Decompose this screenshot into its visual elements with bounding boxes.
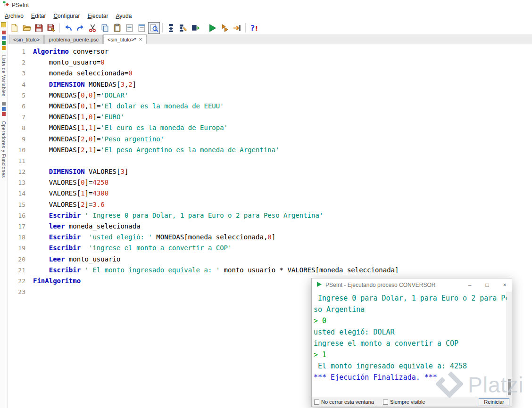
console-body: Ingrese 0 para Dolar, 1 para Euro o 2 pa… (312, 292, 512, 397)
titlebar: PSeInt (0, 0, 532, 10)
code-line[interactable]: leer moneda_selecionada (33, 221, 532, 232)
search-page-icon[interactable] (148, 22, 160, 34)
open-file-icon[interactable] (21, 22, 33, 34)
flowchart-export-icon[interactable] (190, 22, 201, 34)
checkbox-label: No cerrar esta ventana (321, 399, 374, 405)
code-line[interactable]: MONEDAS[2,1]='El peso Argentino es la mo… (33, 145, 532, 155)
line-number: 13 (8, 177, 25, 188)
line-number: 5 (8, 90, 25, 101)
menu-editar[interactable]: Editar (27, 12, 50, 20)
line-number: 11 (8, 155, 25, 166)
line-number: 12 (8, 166, 25, 177)
checkbox-siempre-visible[interactable] (383, 400, 388, 405)
step-run-icon[interactable] (219, 22, 231, 34)
toolbar-separator (59, 23, 60, 33)
line-number: 4 (8, 79, 25, 90)
code-line[interactable]: MONEDAS[0,1]='El dolar es la moneda de E… (33, 101, 532, 112)
tab-sin-titulo-2-active[interactable]: <sin_titulo>* × (103, 34, 147, 44)
option-no-cerrar[interactable]: No cerrar esta ventana (314, 399, 374, 405)
console-line: El monto ingresado equivale a: 4258 (314, 360, 504, 372)
run-icon[interactable] (207, 22, 218, 34)
close-icon[interactable]: × (498, 278, 512, 292)
scrollbar-thumb[interactable] (508, 379, 511, 395)
menu-ejecutar[interactable]: Ejecutar (83, 12, 112, 20)
cut-icon[interactable] (87, 22, 99, 34)
run-process-icon (316, 281, 322, 289)
code-line[interactable]: MONEDAS[1,0]='EURO' (33, 112, 532, 122)
line-number: 21 (8, 265, 25, 276)
menu-archivo[interactable]: Archivo (1, 12, 27, 20)
run-to-cursor-icon[interactable] (231, 22, 243, 34)
code-line[interactable]: Escribir 'usted elegió: ' MONEDAS[moneda… (33, 232, 532, 243)
checkbox-label: Siempre visible (390, 399, 425, 405)
variables-panel-tab[interactable]: Lista de Variables (1, 53, 6, 98)
line-number: 23 (8, 286, 25, 297)
toolbar-separator (162, 23, 163, 33)
code-line[interactable]: VALORES[0]=4258 (33, 177, 532, 188)
menu-configurar[interactable]: Configurar (50, 12, 83, 20)
code-line[interactable]: Escribir 'ingrese el monto a convertir a… (33, 243, 532, 253)
new-file-icon[interactable] (8, 22, 20, 34)
console-line: > 1 (314, 349, 504, 360)
close-tab-icon[interactable]: × (139, 37, 142, 42)
line-number: 9 (8, 134, 25, 145)
maximize-icon[interactable]: □ (480, 278, 494, 292)
line-number: 7 (8, 112, 25, 122)
svg-text:!: ! (255, 24, 258, 32)
console-scrollbar[interactable] (507, 292, 512, 397)
toolbar: ?! (8, 21, 532, 34)
code-line[interactable]: DIMENSION VALORES[3] (33, 166, 532, 177)
flowchart-edit-icon[interactable] (177, 22, 189, 34)
operators-panel-tab[interactable]: Operadores y Funciones (1, 119, 6, 180)
line-number: 16 (8, 210, 25, 221)
find-icon[interactable] (124, 22, 135, 34)
line-number: 19 (8, 243, 25, 253)
minimize-icon[interactable]: – (463, 278, 477, 292)
replace-icon[interactable] (136, 22, 148, 34)
code-line[interactable]: MONEDAS[1,1]='El euro es la moneda de Eu… (33, 122, 532, 133)
code-line[interactable]: monto_usuaro=0 (33, 57, 532, 68)
console-line: Ingrese 0 para Dolar, 1 para Euro o 2 pa… (314, 293, 504, 304)
menu-ayuda[interactable]: Ayuda (112, 12, 135, 20)
undo-icon[interactable] (62, 22, 74, 34)
redo-icon[interactable] (75, 22, 86, 34)
line-number: 6 (8, 101, 25, 112)
console-line: so Argentina (314, 304, 504, 315)
line-number: 15 (8, 199, 25, 210)
code-line[interactable]: DIMENSION MONEDAS[3,2] (33, 79, 532, 90)
console-titlebar[interactable]: PSeInt - Ejecutando proceso CONVERSOR – … (312, 278, 512, 292)
code-line[interactable]: MONEDAS[2,0]='Peso argentino' (33, 134, 532, 145)
code-line[interactable]: moneda_seleccionada=0 (33, 68, 532, 79)
flowchart-icon[interactable] (165, 22, 177, 34)
code-line[interactable]: Escribir ' El monto ingresado equivale a… (33, 265, 532, 276)
tab-sin-titulo-1[interactable]: <sin_titulo> (9, 35, 44, 44)
console-footer: No cerrar esta ventana Siempre visible R… (312, 397, 512, 407)
operators-panel-icons (2, 100, 6, 117)
console-line: ingrese el monto a convertir a COP (314, 338, 504, 349)
code-line[interactable]: VALORES[2]=3.6 (33, 199, 532, 210)
window-title: PSeInt (12, 2, 29, 8)
tab-problema-puente[interactable]: problema_puente.psc (44, 35, 103, 44)
code-line[interactable]: MONEDAS[0,0]='DOLAR' (33, 90, 532, 101)
line-number: 8 (8, 122, 25, 133)
toolbar-separator (245, 23, 246, 33)
code-line[interactable]: Leer monto_usuario (33, 254, 532, 265)
restart-button[interactable]: Reiniciar (479, 398, 509, 406)
copy-icon[interactable] (99, 22, 111, 34)
console-output: Ingrese 0 para Dolar, 1 para Euro o 2 pa… (312, 292, 512, 383)
dock-panel-icon[interactable] (1, 22, 6, 27)
line-number: 17 (8, 221, 25, 232)
paste-icon[interactable] (111, 22, 123, 34)
line-number: 10 (8, 145, 25, 155)
option-siempre-visible[interactable]: Siempre visible (383, 399, 425, 405)
code-line[interactable] (33, 155, 532, 166)
code-line[interactable]: VALORES[1]=4300 (33, 188, 532, 199)
code-line[interactable]: Algoritmo conversor (33, 46, 532, 57)
checkbox-no-cerrar[interactable] (314, 400, 319, 405)
help-icon[interactable]: ?! (248, 22, 260, 34)
menubar: Archivo Editar Configurar Ejecutar Ayuda (0, 10, 532, 21)
code-line[interactable]: Escribir ' Ingrese 0 para Dolar, 1 para … (33, 210, 532, 221)
save-as-icon[interactable] (45, 22, 57, 34)
line-number: 20 (8, 254, 25, 265)
save-icon[interactable] (33, 22, 45, 34)
